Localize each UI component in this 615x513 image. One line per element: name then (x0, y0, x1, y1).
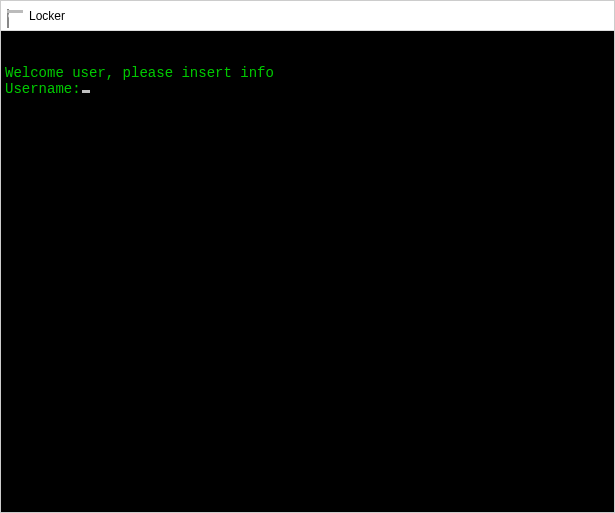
titlebar[interactable]: C:\. Locker (1, 1, 614, 31)
terminal-prompt-label: Username: (5, 81, 81, 97)
application-window: C:\. Locker Welcome user, please insert … (0, 0, 615, 513)
app-icon: C:\. (7, 9, 23, 23)
window-title: Locker (29, 9, 65, 23)
terminal-welcome-line: Welcome user, please insert info (5, 65, 610, 81)
cursor-icon (82, 90, 90, 93)
terminal-area[interactable]: Welcome user, please insert infoUsername… (1, 31, 614, 512)
